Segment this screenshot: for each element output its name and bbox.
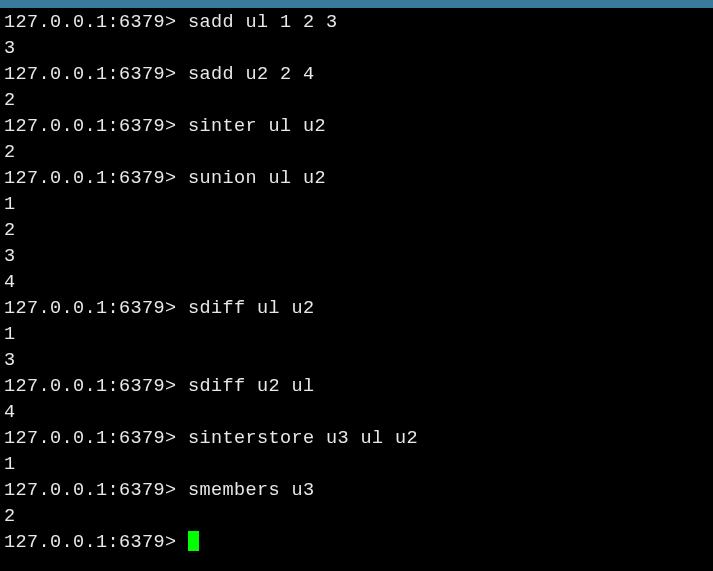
output-text: 4 [4, 402, 16, 423]
prompt: 127.0.0.1:6379> [4, 116, 177, 137]
output-text: 3 [4, 350, 16, 371]
output-text: 1 [4, 194, 16, 215]
terminal[interactable]: 127.0.0.1:6379> sadd ul 1 2 33127.0.0.1:… [0, 8, 713, 558]
command-line: 127.0.0.1:6379> sunion ul u2 [4, 166, 709, 192]
output-line: 3 [4, 348, 709, 374]
prompt: 127.0.0.1:6379> [4, 428, 177, 449]
command-line: 127.0.0.1:6379> sinter ul u2 [4, 114, 709, 140]
command-line: 127.0.0.1:6379> sadd u2 2 4 [4, 62, 709, 88]
command-line: 127.0.0.1:6379> sdiff u2 ul [4, 374, 709, 400]
command-text: sadd u2 2 4 [177, 64, 315, 85]
output-text: 1 [4, 324, 16, 345]
output-line: 2 [4, 140, 709, 166]
output-line: 3 [4, 244, 709, 270]
command-text: sunion ul u2 [177, 168, 327, 189]
command-line: 127.0.0.1:6379> sdiff ul u2 [4, 296, 709, 322]
output-line: 2 [4, 218, 709, 244]
output-line: 1 [4, 322, 709, 348]
cursor-icon [188, 531, 199, 551]
command-text: sadd ul 1 2 3 [177, 12, 338, 33]
output-line: 4 [4, 400, 709, 426]
prompt: 127.0.0.1:6379> [4, 480, 177, 501]
output-line: 1 [4, 452, 709, 478]
output-text: 2 [4, 90, 16, 111]
output-line: 3 [4, 36, 709, 62]
output-text: 3 [4, 246, 16, 267]
output-text: 2 [4, 142, 16, 163]
command-text: sdiff ul u2 [177, 298, 315, 319]
prompt: 127.0.0.1:6379> [4, 532, 177, 553]
output-text: 2 [4, 220, 16, 241]
command-text: sinter ul u2 [177, 116, 327, 137]
output-line: 2 [4, 504, 709, 530]
output-line: 2 [4, 88, 709, 114]
output-text: 3 [4, 38, 16, 59]
output-line: 1 [4, 192, 709, 218]
prompt: 127.0.0.1:6379> [4, 298, 177, 319]
command-text: sdiff u2 ul [177, 376, 315, 397]
output-text: 2 [4, 506, 16, 527]
output-text: 4 [4, 272, 16, 293]
prompt: 127.0.0.1:6379> [4, 168, 177, 189]
prompt: 127.0.0.1:6379> [4, 376, 177, 397]
prompt: 127.0.0.1:6379> [4, 64, 177, 85]
output-text: 1 [4, 454, 16, 475]
command-input-line[interactable]: 127.0.0.1:6379> [4, 530, 709, 556]
command-line: 127.0.0.1:6379> sinterstore u3 ul u2 [4, 426, 709, 452]
output-line: 4 [4, 270, 709, 296]
command-line: 127.0.0.1:6379> smembers u3 [4, 478, 709, 504]
command-text: smembers u3 [177, 480, 315, 501]
prompt: 127.0.0.1:6379> [4, 12, 177, 33]
command-text: sinterstore u3 ul u2 [177, 428, 419, 449]
command-line: 127.0.0.1:6379> sadd ul 1 2 3 [4, 10, 709, 36]
